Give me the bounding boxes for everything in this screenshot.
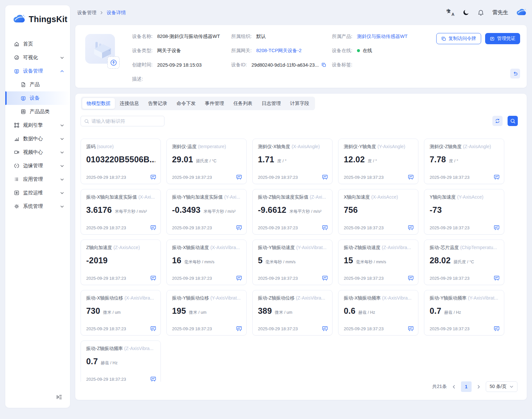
card-unit: 度 / ° — [368, 158, 377, 164]
telemetry-card[interactable]: Z轴向加速度 (Z-AxisAcce) -2019 2025-09-29 18:… — [81, 240, 161, 285]
tab[interactable]: 任务列表 — [229, 98, 257, 109]
tab[interactable]: 物模型数据 — [82, 98, 115, 109]
sidebar-item[interactable]: 可视化 — [5, 51, 70, 64]
telemetry-card[interactable]: 测斜仪-温度 (temperature) 29.01 摄氏度 / °C 2025… — [166, 139, 247, 184]
dark-mode-icon[interactable] — [463, 9, 469, 16]
telemetry-card[interactable]: 振动-X轴向加速度实际值 (X-Axi... 3.6176 米每平方秒 / m/… — [81, 189, 161, 235]
card-value: 5 — [258, 256, 263, 265]
card-title: 振动-X轴振动频率 (X-AxisVibra... — [344, 295, 413, 301]
chart-icon[interactable] — [322, 275, 328, 281]
chart-icon[interactable] — [408, 174, 414, 180]
chart-icon[interactable] — [494, 326, 500, 332]
sidebar-item[interactable]: 系统管理 — [5, 200, 70, 213]
telemetry-card[interactable]: 振动-Y轴振动位移 (Y-AxisVibrat... 195 微米 / um 2… — [166, 290, 247, 336]
telemetry-card[interactable]: 振动-芯片温度 (ChipTemperatu... 28.02 摄氏度 / °C… — [424, 240, 504, 285]
field-label: 设备名称: — [132, 33, 153, 40]
telemetry-card[interactable]: Y轴向加速度 (Y-AxisAcce) -73 2025-09-29 18:37… — [424, 189, 504, 235]
tab[interactable]: 连接信息 — [116, 98, 143, 109]
chart-icon[interactable] — [408, 326, 414, 332]
prev-page-icon[interactable] — [452, 385, 456, 389]
search-input[interactable] — [91, 118, 161, 124]
upload-image-button[interactable] — [107, 56, 120, 69]
chart-icon[interactable] — [408, 225, 414, 231]
breadcrumb-separator-icon — [100, 11, 103, 15]
chart-icon[interactable] — [322, 326, 328, 332]
field-value: 2025-09-29 18:15:03 — [157, 62, 202, 68]
tab[interactable]: 计算字段 — [286, 98, 314, 109]
next-page-icon[interactable] — [477, 385, 481, 389]
refresh-button[interactable] — [492, 116, 503, 126]
product-icon — [20, 82, 26, 87]
telemetry-card[interactable]: 振动-Y轴向加速度实际值 (Y-Axi... -0.3493 米每平方秒 / m… — [166, 189, 247, 235]
card-title: 振动-X轴向加速度实际值 (X-Axi... — [86, 194, 155, 200]
chart-icon[interactable] — [408, 275, 414, 281]
telemetry-card[interactable]: 振动-Z轴向加速度实际值 (Z-Axi... -9.6612 米每平方秒 / m… — [252, 189, 333, 235]
telemetry-card[interactable]: 测斜仪-X轴角度 (X-AxisAngle) 1.71 度 / ° 2025-0… — [252, 139, 333, 184]
avatar[interactable] — [516, 9, 527, 16]
return-button[interactable] — [510, 69, 520, 79]
telemetry-card[interactable]: 振动-X轴振动位移 (X-AxisVibra... 730 微米 / um 20… — [81, 290, 161, 336]
telemetry-card[interactable]: X轴向加速度 (X-AxisAcce) 756 2025-09-29 18:37… — [338, 189, 418, 235]
chart-icon[interactable] — [150, 225, 156, 231]
telemetry-card[interactable]: 振动-X轴振动频率 (X-AxisVibra... 0.6 赫兹 / Hz 20… — [338, 290, 418, 336]
chart-icon[interactable] — [236, 225, 242, 231]
sidebar-item[interactable]: 监控运维 — [5, 186, 70, 200]
page-size-select[interactable]: 50 条/页 — [486, 381, 517, 392]
username[interactable]: 雷先生 — [492, 9, 508, 16]
telemetry-card[interactable]: 振动-Z轴振动速度 (Z-AxisVibra... 15 毫米每秒 / mm/s… — [338, 240, 418, 285]
sidebar-menu: 首页 可视化 设备管理 产品 设备 — [5, 37, 70, 213]
card-timestamp: 2025-09-29 18:37:23 — [430, 326, 470, 331]
page-number[interactable]: 1 — [461, 381, 472, 392]
card-value: -9.6612 — [258, 205, 286, 215]
copy-access-token-button[interactable]: 复制访问令牌 — [436, 33, 481, 44]
chart-icon[interactable] — [150, 326, 156, 332]
tab[interactable]: 命令下发 — [172, 98, 200, 109]
chart-icon[interactable] — [322, 225, 328, 231]
chart-icon[interactable] — [236, 326, 242, 332]
notifications-icon[interactable] — [478, 9, 484, 16]
sidebar-item[interactable]: 视频中心 — [5, 145, 70, 159]
chart-icon[interactable] — [150, 376, 156, 382]
tab[interactable]: 日志管理 — [258, 98, 285, 109]
sidebar-item[interactable]: 设备管理 — [5, 64, 70, 78]
telemetry-card[interactable]: 振动-Z轴振动频率 (Z-AxisVibra... 0.7 赫兹 / Hz 20… — [81, 340, 161, 382]
sidebar-item[interactable]: 设备 — [5, 91, 70, 105]
sidebar-item[interactable]: 数据中心 — [5, 132, 70, 145]
sidebar-item[interactable]: 规则引擎 — [5, 118, 70, 132]
chart-icon[interactable] — [494, 174, 500, 180]
sidebar-item[interactable]: 产品品类 — [5, 105, 70, 118]
card-title: 振动-Z轴振动位移 (Z-AxisVibra... — [258, 295, 327, 301]
chart-icon[interactable] — [150, 275, 156, 281]
breadcrumb: 设备管理 设备详情 — [75, 10, 126, 16]
chart-icon[interactable] — [322, 174, 328, 180]
chart-icon[interactable] — [236, 275, 242, 281]
telemetry-card[interactable]: 振动-Y轴振动速度 (Y-AxisVibrat... 5 毫米每秒 / mm/s… — [252, 240, 333, 285]
sidebar-item[interactable]: 应用管理 — [5, 173, 70, 186]
sidebar-item[interactable]: 产品 — [5, 78, 70, 91]
chart-icon[interactable] — [150, 174, 156, 180]
translate-icon[interactable]: 中 A — [446, 9, 454, 16]
sidebar-collapse-icon[interactable] — [55, 393, 63, 401]
tab[interactable]: 告警记录 — [144, 98, 172, 109]
breadcrumb-section[interactable]: 设备管理 — [77, 10, 96, 16]
card-timestamp: 2025-09-29 18:37:23 — [344, 326, 384, 331]
tab-label: 任务列表 — [233, 101, 253, 106]
telemetry-card[interactable]: 源码 (source) 0103220B5506B... 2025-09-29 … — [81, 139, 161, 184]
chart-icon[interactable] — [494, 225, 500, 231]
telemetry-card[interactable]: 振动-Y轴振动频率 (Y-AxisVibrat... 0.7 赫兹 / Hz 2… — [424, 290, 504, 336]
manage-credentials-button[interactable]: 管理凭证 — [485, 33, 520, 44]
sidebar-item[interactable]: 边缘管理 — [5, 159, 70, 173]
tab[interactable]: 事件管理 — [201, 98, 229, 109]
copy-icon[interactable] — [321, 62, 326, 67]
chevron-down-icon — [510, 385, 514, 389]
card-timestamp: 2025-09-29 18:37:23 — [86, 175, 126, 180]
sidebar-item[interactable]: 首页 — [5, 37, 70, 51]
search-button[interactable] — [508, 116, 518, 126]
telemetry-card[interactable]: 振动-X轴振动速度 (X-AxisVibra... 16 毫米每秒 / mm/s… — [166, 240, 247, 285]
telemetry-card[interactable]: 测斜仪-Z轴角度 (Z-AxisAngle) 7.78 度 / ° 2025-0… — [424, 139, 504, 184]
chart-icon[interactable] — [236, 174, 242, 180]
telemetry-card[interactable]: 振动-Z轴振动位移 (Z-AxisVibra... 389 微米 / um 20… — [252, 290, 333, 336]
chart-icon[interactable] — [494, 275, 500, 281]
telemetry-card[interactable]: 测斜仪-Y轴角度 (Y-AxisAngle) 12.02 度 / ° 2025-… — [338, 139, 418, 184]
chevron-down-icon — [60, 56, 64, 60]
